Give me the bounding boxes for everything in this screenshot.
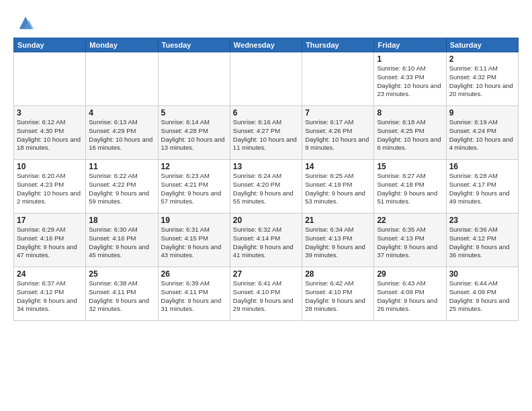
day-number: 20 <box>233 216 299 225</box>
calendar-cell: 23Sunrise: 6:36 AM Sunset: 4:12 PM Dayli… <box>446 214 518 267</box>
day-number: 17 <box>17 216 83 225</box>
day-number: 29 <box>377 269 443 279</box>
day-info: Sunrise: 6:22 AM Sunset: 4:22 PM Dayligh… <box>89 172 154 206</box>
calendar-week-row: 1Sunrise: 6:10 AM Sunset: 4:33 PM Daylig… <box>14 52 519 106</box>
calendar-cell <box>14 52 86 106</box>
day-number: 8 <box>377 108 443 118</box>
calendar-cell: 17Sunrise: 6:29 AM Sunset: 4:16 PM Dayli… <box>14 214 86 267</box>
day-number: 9 <box>449 108 515 118</box>
day-number: 19 <box>161 216 227 225</box>
day-info: Sunrise: 6:28 AM Sunset: 4:17 PM Dayligh… <box>449 172 515 206</box>
day-number: 22 <box>377 216 443 225</box>
day-info: Sunrise: 6:32 AM Sunset: 4:14 PM Dayligh… <box>233 226 299 260</box>
day-info: Sunrise: 6:14 AM Sunset: 4:28 PM Dayligh… <box>161 118 227 152</box>
day-info: Sunrise: 6:27 AM Sunset: 4:18 PM Dayligh… <box>377 172 443 206</box>
day-info: Sunrise: 6:37 AM Sunset: 4:12 PM Dayligh… <box>17 279 83 314</box>
weekday-header: Wednesday <box>230 38 302 52</box>
calendar-cell: 13Sunrise: 6:24 AM Sunset: 4:20 PM Dayli… <box>230 160 302 214</box>
calendar-header-row: SundayMondayTuesdayWednesdayThursdayFrid… <box>14 38 519 52</box>
day-number: 10 <box>17 162 83 171</box>
calendar-cell: 25Sunrise: 6:38 AM Sunset: 4:11 PM Dayli… <box>86 267 158 321</box>
calendar-cell: 6Sunrise: 6:16 AM Sunset: 4:27 PM Daylig… <box>230 106 302 160</box>
calendar-cell: 2Sunrise: 6:11 AM Sunset: 4:32 PM Daylig… <box>446 52 518 106</box>
calendar-cell: 3Sunrise: 6:12 AM Sunset: 4:30 PM Daylig… <box>14 106 86 160</box>
day-number: 14 <box>305 162 371 171</box>
day-number: 28 <box>305 269 371 279</box>
weekday-header: Friday <box>374 38 446 52</box>
day-info: Sunrise: 6:35 AM Sunset: 4:13 PM Dayligh… <box>377 226 443 260</box>
day-number: 23 <box>449 216 515 225</box>
day-info: Sunrise: 6:20 AM Sunset: 4:23 PM Dayligh… <box>17 172 83 206</box>
day-info: Sunrise: 6:16 AM Sunset: 4:27 PM Dayligh… <box>233 118 299 152</box>
logo <box>13 13 35 32</box>
day-number: 16 <box>449 162 515 171</box>
calendar-cell: 14Sunrise: 6:25 AM Sunset: 4:19 PM Dayli… <box>302 160 374 214</box>
day-info: Sunrise: 6:38 AM Sunset: 4:11 PM Dayligh… <box>89 279 154 314</box>
day-number: 24 <box>17 269 83 279</box>
calendar-week-row: 3Sunrise: 6:12 AM Sunset: 4:30 PM Daylig… <box>14 106 519 160</box>
day-number: 5 <box>161 108 227 118</box>
day-info: Sunrise: 6:10 AM Sunset: 4:33 PM Dayligh… <box>377 64 443 99</box>
calendar-cell: 11Sunrise: 6:22 AM Sunset: 4:22 PM Dayli… <box>86 160 158 214</box>
calendar-week-row: 24Sunrise: 6:37 AM Sunset: 4:12 PM Dayli… <box>14 267 519 321</box>
day-info: Sunrise: 6:11 AM Sunset: 4:32 PM Dayligh… <box>449 64 515 99</box>
calendar-cell: 24Sunrise: 6:37 AM Sunset: 4:12 PM Dayli… <box>14 267 86 321</box>
day-info: Sunrise: 6:17 AM Sunset: 4:26 PM Dayligh… <box>305 118 371 152</box>
weekday-header: Thursday <box>302 38 374 52</box>
calendar-cell: 29Sunrise: 6:43 AM Sunset: 4:09 PM Dayli… <box>374 267 446 321</box>
calendar-cell: 9Sunrise: 6:19 AM Sunset: 4:24 PM Daylig… <box>446 106 518 160</box>
day-number: 13 <box>233 162 299 171</box>
day-number: 25 <box>89 269 154 279</box>
day-info: Sunrise: 6:34 AM Sunset: 4:13 PM Dayligh… <box>305 226 371 260</box>
day-info: Sunrise: 6:41 AM Sunset: 4:10 PM Dayligh… <box>233 279 299 314</box>
header <box>13 11 519 32</box>
day-number: 26 <box>161 269 227 279</box>
calendar-cell: 18Sunrise: 6:30 AM Sunset: 4:16 PM Dayli… <box>86 214 158 267</box>
calendar-cell: 28Sunrise: 6:42 AM Sunset: 4:10 PM Dayli… <box>302 267 374 321</box>
day-number: 2 <box>449 54 515 64</box>
day-info: Sunrise: 6:13 AM Sunset: 4:29 PM Dayligh… <box>89 118 154 152</box>
calendar-cell: 7Sunrise: 6:17 AM Sunset: 4:26 PM Daylig… <box>302 106 374 160</box>
calendar-cell: 1Sunrise: 6:10 AM Sunset: 4:33 PM Daylig… <box>374 52 446 106</box>
day-info: Sunrise: 6:36 AM Sunset: 4:12 PM Dayligh… <box>449 226 515 260</box>
calendar-cell: 10Sunrise: 6:20 AM Sunset: 4:23 PM Dayli… <box>14 160 86 214</box>
calendar-cell <box>86 52 158 106</box>
weekday-header: Saturday <box>446 38 518 52</box>
day-number: 12 <box>161 162 227 171</box>
day-info: Sunrise: 6:19 AM Sunset: 4:24 PM Dayligh… <box>449 118 515 152</box>
calendar-cell <box>158 52 230 106</box>
calendar-cell: 27Sunrise: 6:41 AM Sunset: 4:10 PM Dayli… <box>230 267 302 321</box>
day-number: 7 <box>305 108 371 118</box>
day-number: 11 <box>89 162 154 171</box>
page: SundayMondayTuesdayWednesdayThursdayFrid… <box>0 0 532 411</box>
day-info: Sunrise: 6:30 AM Sunset: 4:16 PM Dayligh… <box>89 226 154 260</box>
day-info: Sunrise: 6:42 AM Sunset: 4:10 PM Dayligh… <box>305 279 371 314</box>
logo-icon <box>16 13 35 32</box>
day-number: 15 <box>377 162 443 171</box>
calendar: SundayMondayTuesdayWednesdayThursdayFrid… <box>13 38 519 321</box>
day-number: 1 <box>377 54 443 64</box>
calendar-cell <box>230 52 302 106</box>
day-number: 18 <box>89 216 154 225</box>
day-info: Sunrise: 6:29 AM Sunset: 4:16 PM Dayligh… <box>17 226 83 260</box>
weekday-header: Tuesday <box>158 38 230 52</box>
day-number: 30 <box>449 269 515 279</box>
day-number: 21 <box>305 216 371 225</box>
weekday-header: Sunday <box>14 38 86 52</box>
calendar-cell: 22Sunrise: 6:35 AM Sunset: 4:13 PM Dayli… <box>374 214 446 267</box>
calendar-cell: 8Sunrise: 6:18 AM Sunset: 4:25 PM Daylig… <box>374 106 446 160</box>
calendar-cell: 21Sunrise: 6:34 AM Sunset: 4:13 PM Dayli… <box>302 214 374 267</box>
day-info: Sunrise: 6:31 AM Sunset: 4:15 PM Dayligh… <box>161 226 227 260</box>
day-number: 6 <box>233 108 299 118</box>
calendar-week-row: 10Sunrise: 6:20 AM Sunset: 4:23 PM Dayli… <box>14 160 519 214</box>
day-info: Sunrise: 6:12 AM Sunset: 4:30 PM Dayligh… <box>17 118 83 152</box>
day-info: Sunrise: 6:18 AM Sunset: 4:25 PM Dayligh… <box>377 118 443 152</box>
calendar-cell: 16Sunrise: 6:28 AM Sunset: 4:17 PM Dayli… <box>446 160 518 214</box>
day-info: Sunrise: 6:25 AM Sunset: 4:19 PM Dayligh… <box>305 172 371 206</box>
calendar-cell: 19Sunrise: 6:31 AM Sunset: 4:15 PM Dayli… <box>158 214 230 267</box>
weekday-header: Monday <box>86 38 158 52</box>
calendar-cell: 4Sunrise: 6:13 AM Sunset: 4:29 PM Daylig… <box>86 106 158 160</box>
calendar-cell: 26Sunrise: 6:39 AM Sunset: 4:11 PM Dayli… <box>158 267 230 321</box>
calendar-cell: 15Sunrise: 6:27 AM Sunset: 4:18 PM Dayli… <box>374 160 446 214</box>
day-number: 27 <box>233 269 299 279</box>
